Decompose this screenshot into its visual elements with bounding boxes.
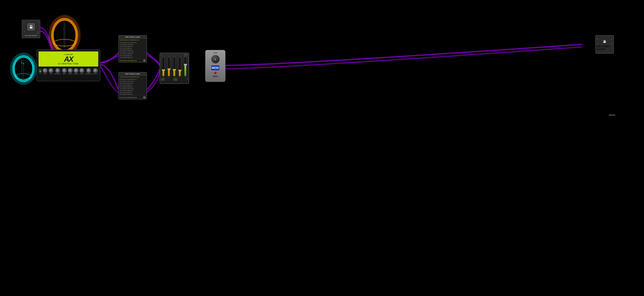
list-item[interactable]: 2x10 150mm Center.wav <box>120 80 146 82</box>
cab-loader-bottom-footer: forward-audio_AliceInBones.wav ▶ <box>119 95 146 99</box>
cab-loader-bottom: MOD Cabinet Loader forward-audio_AliceIn… <box>118 72 147 99</box>
cab-loader-top-title: MOD Cabinet Loader <box>119 35 146 39</box>
list-item[interactable]: 4x12 Close Edge.wav <box>120 55 146 56</box>
bandpass-knob[interactable]: BANDPASS <box>54 68 61 74</box>
fader-2[interactable] <box>168 57 170 76</box>
out-port-2-in: 2 <box>597 43 598 45</box>
mixer-inf-label: -inf <box>186 78 188 81</box>
middle-knob[interactable]: MIDDLE <box>68 68 72 74</box>
list-item[interactable]: 2x10 150mm Edge.wav <box>120 45 146 47</box>
svg-point-3 <box>55 22 74 48</box>
aida-dsp-module: ≈ AIDA DSP AX AI CRAFTED TONE OFF INPUT … <box>36 49 100 81</box>
gain-knob-label: GAIN <box>214 52 217 54</box>
svg-point-13 <box>21 62 22 63</box>
cab-footer-output-btn[interactable]: ▶ <box>143 59 146 62</box>
mod-gain-pedal: GAIN MOD Gain <box>205 50 226 82</box>
port-1-label: 1 <box>24 22 24 23</box>
mixer-channels: 1 -inf 2 -inf 3 -inf 4 <box>161 56 188 77</box>
cab-loader-bottom-title: MOD Cabinet Loader <box>119 72 146 76</box>
gain-label: Gain <box>213 75 218 78</box>
selector-label: Selector <box>609 114 616 116</box>
list-item[interactable]: 4x12 150mm Edge.wav <box>120 90 146 91</box>
mixer-buttons-row: AR A -inf <box>161 78 188 81</box>
list-item[interactable]: 4x12 150mm Edge.wav <box>120 53 146 55</box>
mixer-channel-1: 1 -inf <box>161 56 166 77</box>
mixer-channel-2: 2 -inf <box>166 56 172 77</box>
list-item[interactable]: 2x10 150mm Edge.wav <box>120 82 146 84</box>
cab-loader-bottom-list: 1x8 150mm Center SM57.wav 2x10 150mm Cen… <box>119 78 146 95</box>
bass-knob[interactable]: BASS <box>62 68 67 74</box>
cab-loader-top-footer: forward-audio_AliceInBones.wav ▶ <box>119 59 146 62</box>
port-1-out-label: 1 <box>38 22 38 23</box>
list-item[interactable]: 2x10 150mm Center.wav <box>120 43 146 45</box>
treble-knob[interactable]: TREBLE <box>74 68 78 74</box>
out-port-1-out: 1 <box>611 38 612 40</box>
fader-m[interactable] <box>184 57 186 76</box>
list-item[interactable]: 2x10 Close Edge.wav <box>120 47 146 49</box>
auto-output-selector: 1 1 💾 2 2 Auto Output Selector <box>595 35 614 54</box>
cab-footer-bottom-output-btn[interactable]: ▶ <box>143 96 146 99</box>
output-knob[interactable]: OUTPUT <box>93 68 98 74</box>
cyan-portal <box>9 52 38 85</box>
mixer-ar-btn[interactable]: AR <box>161 78 165 81</box>
mixer-channel-3: 3 -inf <box>172 56 177 77</box>
list-item[interactable]: 1x8 150mm Center SM57.wav <box>120 79 146 80</box>
right-selector: Selector <box>609 114 616 116</box>
mixer-a-btn[interactable]: A <box>174 78 177 81</box>
list-item[interactable]: 4x12 Middle 45deg.wav <box>120 93 146 95</box>
off-label: OFF <box>39 73 42 74</box>
list-item[interactable]: 4x12 150mm Center.wav <box>120 51 146 53</box>
depth-knob[interactable]: DEPTH <box>80 68 84 74</box>
list-item[interactable]: 2x10 Middle 45deg.wav <box>120 49 146 51</box>
auto-input-selector-label: Auto Input Selector <box>25 35 38 36</box>
cab-loader-top-list: 1x8 150mm Center SM57.wav 2x10 150mm Cen… <box>119 41 146 59</box>
mixer-outputs-label: Outputs <box>161 54 188 55</box>
fader-4[interactable] <box>179 57 181 76</box>
input-knob[interactable]: INPUT <box>43 68 48 74</box>
ai-crafted-tagline: AI CRAFTED TONE <box>58 63 79 65</box>
output-save-icon: 💾 <box>603 40 606 43</box>
port-m-label: M <box>23 32 39 34</box>
list-item[interactable]: 2x10 Close Edge.wav <box>120 84 146 86</box>
cab-loader-top-selected[interactable]: forward-audio_AliceInBones.wav <box>119 39 146 41</box>
port-2-out-label: 2 <box>38 31 38 32</box>
controls-row: OFF INPUT PRE BANDPASS BASS MIDDLE TREBL… <box>37 67 100 75</box>
pre-knob[interactable]: PRE <box>49 68 53 74</box>
port-2-label: 2 <box>24 31 24 32</box>
aida-display: ≈ AIDA DSP AX AI CRAFTED TONE <box>38 51 98 66</box>
auto-output-selector-label: Auto Output Selector <box>596 45 614 51</box>
ax-logo: AX <box>64 55 73 63</box>
cab-loader-bottom-selected[interactable]: forward-audio_AliceInBones.wav <box>119 76 146 78</box>
list-item[interactable]: 4x12 150mm Center.wav <box>120 88 146 90</box>
toggle-led <box>40 71 41 72</box>
gain-led <box>214 72 216 74</box>
fader-1[interactable] <box>162 57 164 76</box>
gain-knob[interactable] <box>211 55 220 64</box>
presence-knob[interactable]: PRESENCE <box>85 68 92 74</box>
out-port-1-in: 1 <box>597 38 598 40</box>
fader-3[interactable] <box>173 57 175 76</box>
svg-point-14 <box>23 63 24 64</box>
cab-loader-top: MOD Cabinet Loader forward-audio_AliceIn… <box>118 35 147 62</box>
list-item[interactable]: 2x10 Middle 45deg.wav <box>120 86 146 88</box>
cab-footer-text: forward-audio_AliceInBones.wav <box>120 60 142 61</box>
mixer-channel-m: M -inf <box>183 56 188 77</box>
mixer-channel-4: 4 -inf <box>178 56 182 77</box>
save-icon: 💾 <box>28 23 34 30</box>
list-item[interactable]: 1x8 150mm Center SM57.wav <box>120 42 146 43</box>
on-off-toggle[interactable]: OFF <box>39 69 42 74</box>
list-item[interactable]: 4x12 Middle 45deg.wav <box>120 56 146 58</box>
auto-input-selector: 1 1 💾 2 2 M Auto Input Selector <box>22 20 40 38</box>
mod-badge: MOD <box>211 65 220 71</box>
list-item[interactable]: 4x12 Close Edge.wav <box>120 91 146 93</box>
cab-footer-bottom-text: forward-audio_AliceInBones.wav <box>120 97 142 98</box>
out-port-2-out: 2 <box>611 43 612 45</box>
mod-mixer: Outputs 1 -inf 2 -inf 3 - <box>160 53 189 84</box>
